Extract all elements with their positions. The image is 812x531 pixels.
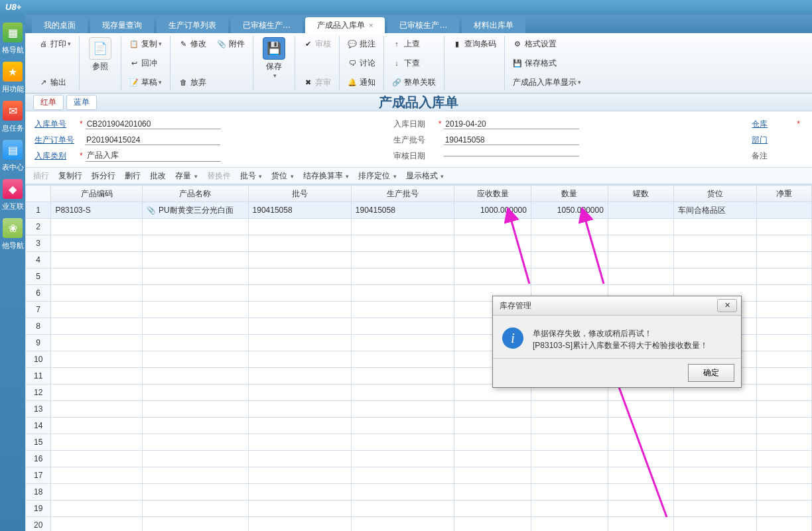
grid-toolbar-button[interactable]: 存量 ▾ [175, 170, 198, 182]
column-header[interactable]: 产品名称 [143, 186, 249, 202]
cell[interactable] [51, 451, 143, 467]
cell[interactable] [143, 268, 249, 285]
cell[interactable] [531, 401, 608, 418]
cell[interactable] [51, 335, 143, 351]
cell[interactable] [51, 384, 143, 401]
cell[interactable] [454, 235, 531, 252]
msg-icon[interactable]: ✉ [3, 101, 23, 121]
red-pill[interactable]: 红单 [33, 95, 64, 110]
cell[interactable] [351, 434, 454, 451]
cell[interactable] [531, 268, 608, 285]
cell[interactable] [143, 501, 249, 517]
cell[interactable] [608, 418, 674, 434]
next-button[interactable]: ↓下查 [389, 55, 439, 71]
cell[interactable] [756, 484, 811, 501]
cell[interactable] [51, 501, 143, 517]
column-header[interactable]: 净重 [756, 186, 811, 202]
column-header[interactable]: 数量 [531, 186, 608, 202]
approve-button[interactable]: 💬批注 [345, 36, 378, 52]
cell[interactable] [756, 285, 811, 302]
cell[interactable] [351, 484, 454, 501]
column-header[interactable]: 批号 [248, 186, 351, 202]
grid-toolbar-button[interactable]: 复制行 [58, 170, 82, 182]
cell[interactable] [674, 268, 756, 285]
tab[interactable]: 现存量查询 [90, 17, 154, 33]
cell[interactable] [674, 517, 756, 532]
column-header[interactable]: 应收数量 [454, 186, 531, 202]
cell[interactable] [674, 401, 756, 418]
prev-button[interactable]: ↑上查 [389, 36, 439, 52]
cell[interactable] [51, 235, 143, 252]
cell[interactable] [248, 252, 351, 268]
field-value[interactable]: CB201904201060 [86, 119, 221, 129]
cell[interactable] [674, 451, 756, 467]
barcode-button[interactable]: ▮查询条码 [450, 36, 499, 52]
cell[interactable] [248, 318, 351, 335]
field-label[interactable]: 入库单号 [34, 119, 77, 130]
cell[interactable] [143, 318, 249, 335]
cell[interactable] [674, 434, 756, 451]
cell[interactable] [454, 467, 531, 484]
cell[interactable] [248, 451, 351, 467]
cell[interactable] [674, 219, 756, 235]
cell[interactable] [143, 368, 249, 384]
cell[interactable] [608, 484, 674, 501]
cell[interactable] [674, 467, 756, 484]
cell[interactable] [351, 235, 454, 252]
cell[interactable] [674, 418, 756, 434]
cell[interactable] [608, 202, 674, 219]
cell[interactable] [143, 451, 249, 467]
cell[interactable] [51, 285, 143, 302]
cell[interactable]: 1000.000000 [454, 202, 531, 219]
cell[interactable] [143, 484, 249, 501]
grid-toolbar-button[interactable]: 批改 [150, 170, 166, 182]
cell[interactable] [51, 467, 143, 484]
ok-button[interactable]: 确定 [688, 364, 734, 382]
cell[interactable] [531, 467, 608, 484]
audit-button[interactable]: ✔审核 [301, 36, 334, 52]
field-label[interactable]: 入库类别 [34, 150, 77, 162]
cell[interactable] [248, 235, 351, 252]
cell[interactable] [51, 318, 143, 335]
output-button[interactable]: ↗输出 [36, 74, 74, 90]
cell[interactable] [608, 451, 674, 467]
cell[interactable] [248, 219, 351, 235]
cell[interactable] [143, 401, 249, 418]
cell[interactable]: 车间合格品区 [674, 202, 756, 219]
cell[interactable] [454, 401, 531, 418]
copy-button[interactable]: 📋复制▾ [127, 36, 165, 52]
grid-toolbar-button[interactable]: 批号 ▾ [240, 170, 263, 182]
cell[interactable] [143, 302, 249, 318]
cell[interactable] [756, 351, 811, 368]
cell[interactable] [531, 434, 608, 451]
field-value[interactable] [444, 156, 579, 156]
cell[interactable] [248, 418, 351, 434]
cell[interactable] [756, 235, 811, 252]
tab[interactable]: 材料出库单 [462, 17, 525, 33]
cell[interactable] [454, 434, 531, 451]
cell[interactable] [143, 235, 249, 252]
grid-toolbar-button[interactable]: 显示格式 ▾ [406, 170, 444, 182]
field-label[interactable]: 生产订单号 [34, 135, 77, 146]
cell[interactable] [674, 235, 756, 252]
cell[interactable] [51, 219, 143, 235]
cell[interactable] [143, 384, 249, 401]
cell[interactable] [351, 467, 454, 484]
cell[interactable] [756, 517, 811, 532]
cell[interactable] [756, 318, 811, 335]
cell[interactable] [608, 517, 674, 532]
cell[interactable] [51, 351, 143, 368]
cell[interactable]: 📎PU耐黄变三分光白面 [143, 202, 249, 219]
cell[interactable] [756, 268, 811, 285]
cell[interactable] [248, 268, 351, 285]
cell[interactable] [351, 418, 454, 434]
cell[interactable] [143, 219, 249, 235]
cell[interactable] [531, 252, 608, 268]
cell[interactable] [454, 517, 531, 532]
save-button[interactable]: 💾保存▾ [259, 36, 289, 80]
cell[interactable] [351, 384, 454, 401]
cell[interactable] [608, 467, 674, 484]
cell[interactable] [454, 418, 531, 434]
cell[interactable] [674, 252, 756, 268]
field-value[interactable]: 190415058 [444, 135, 579, 145]
